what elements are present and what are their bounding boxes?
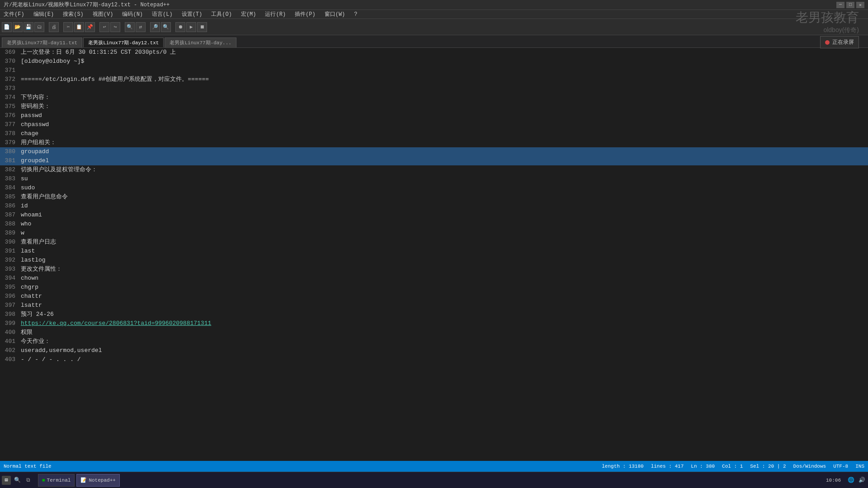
- code-line-398: 398预习 24-26: [0, 310, 868, 319]
- line-content: chage: [21, 129, 868, 138]
- line-number: 371: [0, 66, 21, 75]
- status-col: Col : 1: [722, 464, 743, 469]
- minimize-button[interactable]: ─: [836, 2, 844, 8]
- line-content: 下节内容：: [21, 93, 868, 102]
- stop-button[interactable]: ⏹: [197, 22, 207, 32]
- menu-run[interactable]: 运行(R): [263, 10, 288, 18]
- line-content: [21, 66, 868, 75]
- redo-button[interactable]: ↪: [110, 22, 120, 32]
- line-number: 390: [0, 238, 21, 247]
- task-view-icon[interactable]: ⧉: [24, 476, 33, 485]
- open-button[interactable]: 📂: [13, 22, 23, 32]
- line-content: groupdel: [21, 156, 868, 165]
- find-button[interactable]: 🔍: [125, 22, 135, 32]
- code-line-393: 393更改文件属性：: [0, 265, 868, 274]
- search-taskbar-icon[interactable]: 🔍: [13, 476, 22, 485]
- line-content: chown: [21, 274, 868, 283]
- menu-edit[interactable]: 编辑(E): [32, 10, 56, 18]
- code-line-384: 384 sudo: [0, 183, 868, 192]
- menu-macro[interactable]: 宏(M): [239, 10, 258, 18]
- start-icon[interactable]: ⊞: [2, 476, 11, 485]
- line-content: [oldboy@oldboy ~]$: [21, 57, 868, 66]
- line-number: 397: [0, 301, 21, 310]
- menu-plugins[interactable]: 插件(P): [293, 10, 317, 18]
- record-button[interactable]: ⏺: [175, 22, 185, 32]
- tab-day11[interactable]: 老男孩Linux77期-day11.txt: [2, 38, 82, 47]
- code-line-387: 387 whoami: [0, 211, 868, 220]
- line-content: 切换用户以及提权管理命令：: [21, 165, 868, 174]
- code-line-402: 402useradd,usermod,userdel: [0, 346, 868, 355]
- menu-view[interactable]: 视图(V): [91, 10, 115, 18]
- window-title: 片/死老板Linux/视频秋季Linux77期-day12.txt - Note…: [4, 1, 170, 9]
- line-content: w: [21, 229, 868, 238]
- menu-search[interactable]: 搜索(S): [61, 10, 85, 18]
- menu-settings[interactable]: 设置(T): [180, 10, 204, 18]
- code-line-379: 379用户组相关：: [0, 138, 868, 147]
- cut-button[interactable]: ✂: [63, 22, 73, 32]
- code-line-382: 382切换用户以及提权管理命令：: [0, 165, 868, 174]
- taskbar-terminal[interactable]: ■ Terminal: [38, 474, 75, 487]
- line-content: groupadd: [21, 147, 868, 156]
- line-content: useradd,usermod,userdel: [21, 346, 868, 355]
- line-number: 385: [0, 192, 21, 202]
- copy-button[interactable]: 📋: [74, 22, 84, 32]
- tab-day12[interactable]: 老男孩Linux77期-day12.txt: [83, 38, 164, 47]
- line-content: 上一次登录：日 6月 30 01:31:25 CST 2030pts/0 上: [21, 48, 868, 57]
- maximize-button[interactable]: □: [846, 2, 854, 8]
- menu-language[interactable]: 语言(L): [150, 10, 175, 18]
- line-number: 375: [0, 102, 21, 111]
- line-number: 393: [0, 265, 21, 274]
- recording-label: 正在录屏: [832, 38, 854, 46]
- undo-button[interactable]: ↩: [99, 22, 109, 32]
- line-content: lastlog: [21, 256, 868, 265]
- code-line-395: 395 chgrp: [0, 283, 868, 292]
- line-content: last: [21, 247, 868, 256]
- line-content: who: [21, 220, 868, 229]
- menu-file[interactable]: 文件(F): [2, 10, 26, 18]
- play-button[interactable]: ▶: [186, 22, 196, 32]
- menu-help[interactable]: ?: [352, 11, 359, 18]
- zoom-in-button[interactable]: 🔎: [150, 22, 160, 32]
- taskbar-notepad[interactable]: 📝 Notepad++: [76, 474, 119, 487]
- menu-encoding[interactable]: 编码(N): [120, 10, 145, 18]
- taskbar: ⊞ 🔍 ⧉ ■ Terminal 📝 Notepad++ 10:06 🌐 🔊: [0, 472, 868, 488]
- code-line-394: 394 chown: [0, 274, 868, 283]
- tab-day-other[interactable]: 老男孩Linux77期-day...: [165, 38, 236, 47]
- line-number: 383: [0, 174, 21, 183]
- code-line-372: 372======/etc/login.defs ##创建用户系统配置，对应文件…: [0, 75, 868, 84]
- save-button[interactable]: 💾: [24, 22, 33, 32]
- line-number: 380: [0, 147, 21, 156]
- code-line-396: 396 chattr: [0, 292, 868, 301]
- recording-dot: [825, 40, 830, 45]
- line-number: 395: [0, 283, 21, 292]
- taskbar-sound-icon[interactable]: 🔊: [857, 476, 866, 485]
- line-number: 374: [0, 93, 21, 102]
- taskbar-time: 10:06: [826, 478, 841, 483]
- code-line-370: 370[oldboy@oldboy ~]$: [0, 57, 868, 66]
- print-button[interactable]: 🖨: [49, 22, 59, 32]
- code-line-386: 386 id: [0, 202, 868, 211]
- line-content: 预习 24-26: [21, 310, 868, 319]
- link-text[interactable]: https://ke.qq.com/course/2806831?taid=99…: [21, 320, 211, 327]
- new-button[interactable]: 📄: [2, 22, 12, 32]
- menu-tools[interactable]: 工具(O): [209, 10, 234, 18]
- line-number: 387: [0, 211, 21, 220]
- close-button[interactable]: ✕: [856, 2, 864, 8]
- line-number: 379: [0, 138, 21, 147]
- code-line-400: 400权限: [0, 328, 868, 337]
- paste-button[interactable]: 📌: [85, 22, 95, 32]
- replace-button[interactable]: ⇄: [136, 22, 146, 32]
- menu-window[interactable]: 窗口(W): [323, 10, 347, 18]
- taskbar-network-icon[interactable]: 🌐: [846, 476, 855, 485]
- code-line-380: 380 groupadd: [0, 147, 868, 156]
- menu-bar: 文件(F) 编辑(E) 搜索(S) 视图(V) 编码(N) 语言(L) 设置(T…: [0, 10, 868, 19]
- zoom-out-button[interactable]: 🔍: [161, 22, 171, 32]
- code-line-399: 399https://ke.qq.com/course/2806831?taid…: [0, 319, 868, 328]
- line-number: 389: [0, 229, 21, 238]
- line-content: - / - / - . . . /: [21, 355, 868, 364]
- save-all-button[interactable]: 🗂: [34, 22, 44, 32]
- line-number: 369: [0, 48, 21, 57]
- code-line-369: 369上一次登录：日 6月 30 01:31:25 CST 2030pts/0 …: [0, 48, 868, 57]
- line-number: 373: [0, 84, 21, 93]
- code-line-378: 378 chage: [0, 129, 868, 138]
